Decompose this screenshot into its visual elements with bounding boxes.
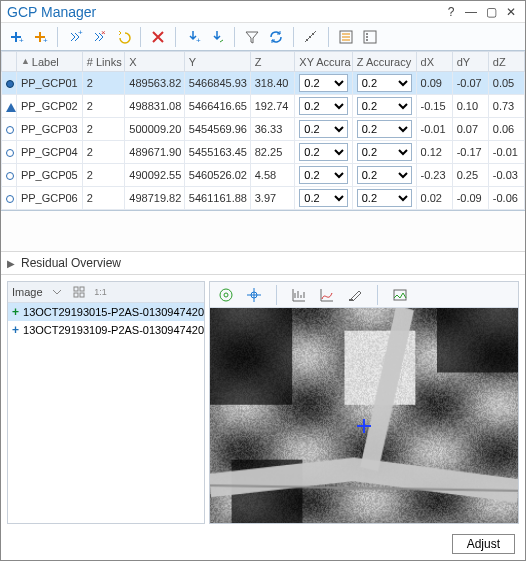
z-accuracy-select[interactable]: 0.2 [357, 74, 412, 92]
collapse-icon[interactable] [49, 284, 65, 300]
row-y: 5461161.88 [184, 187, 250, 210]
row-xy-accuracy[interactable]: 0.2 [295, 118, 352, 141]
row-z-accuracy[interactable]: 0.2 [352, 72, 416, 95]
svg-point-14 [220, 289, 232, 301]
image-list-item[interactable]: +13OCT29193109-P2AS-0130947420 [8, 321, 204, 339]
row-xy-accuracy[interactable]: 0.2 [295, 164, 352, 187]
table-row[interactable]: PP_GCP012489563.825466845.93318.400.20.2… [2, 72, 525, 95]
xy-accuracy-select[interactable]: 0.2 [299, 189, 347, 207]
help-icon[interactable]: ? [443, 5, 459, 19]
row-z-accuracy[interactable]: 0.2 [352, 141, 416, 164]
z-accuracy-select[interactable]: 0.2 [357, 97, 412, 115]
xy-accuracy-select[interactable]: 0.2 [299, 143, 347, 161]
xy-accuracy-select[interactable]: 0.2 [299, 97, 347, 115]
col-z[interactable]: Z [250, 52, 295, 72]
row-x: 498831.08 [125, 95, 185, 118]
row-xy-accuracy[interactable]: 0.2 [295, 187, 352, 210]
image-viewport[interactable] [210, 308, 518, 523]
row-y: 5466416.65 [184, 95, 250, 118]
row-x: 500009.20 [125, 118, 185, 141]
brush-icon[interactable] [345, 285, 365, 305]
col-label[interactable]: ▲Label [16, 52, 82, 72]
adjust-button[interactable]: Adjust [452, 534, 515, 554]
export-icon[interactable] [206, 26, 228, 48]
filter-icon[interactable] [241, 26, 263, 48]
table-row[interactable]: PP_GCP022498831.085466416.65192.740.20.2… [2, 95, 525, 118]
col-xy-accuracy[interactable]: XY Accura [295, 52, 352, 72]
close-icon[interactable]: ✕ [503, 5, 519, 19]
add-tie-icon[interactable]: + [29, 26, 51, 48]
grid-icon[interactable] [71, 284, 87, 300]
maximize-icon[interactable]: ▢ [483, 5, 499, 19]
z-accuracy-select[interactable]: 0.2 [357, 120, 412, 138]
titlebar: GCP Manager ? — ▢ ✕ [1, 1, 525, 23]
col-y[interactable]: Y [184, 52, 250, 72]
row-y: 5466845.93 [184, 72, 250, 95]
target-icon[interactable] [216, 285, 236, 305]
options-icon[interactable] [359, 26, 381, 48]
plus-icon: + [12, 305, 19, 319]
row-xy-accuracy[interactable]: 0.2 [295, 95, 352, 118]
separator [234, 27, 235, 47]
image-name: 13OCT29193015-P2AS-0130947420 [23, 306, 204, 318]
col-x[interactable]: X [125, 52, 185, 72]
col-dz[interactable]: dZ [488, 52, 524, 72]
col-links[interactable]: # Links [82, 52, 125, 72]
add-gcp-icon[interactable]: + [5, 26, 27, 48]
row-dz: 0.05 [488, 72, 524, 95]
crosshair-icon[interactable] [244, 285, 264, 305]
image-view-panel [209, 281, 519, 524]
image-name: 13OCT29193109-P2AS-0130947420 [23, 324, 204, 336]
image-list: +13OCT29193015-P2AS-0130947420+13OCT2919… [8, 303, 204, 523]
z-accuracy-select[interactable]: 0.2 [357, 143, 412, 161]
row-dy: 0.25 [452, 164, 488, 187]
row-dx: -0.23 [416, 164, 452, 187]
z-accuracy-select[interactable]: 0.2 [357, 166, 412, 184]
refresh-icon[interactable] [265, 26, 287, 48]
col-z-accuracy[interactable]: Z Accuracy [352, 52, 416, 72]
row-z-accuracy[interactable]: 0.2 [352, 118, 416, 141]
row-links: 2 [82, 187, 125, 210]
curve-icon[interactable] [317, 285, 337, 305]
xy-accuracy-select[interactable]: 0.2 [299, 120, 347, 138]
table-row[interactable]: PP_GCP052490092.555460526.024.580.20.2-0… [2, 164, 525, 187]
row-links: 2 [82, 118, 125, 141]
row-z-accuracy[interactable]: 0.2 [352, 95, 416, 118]
auto-add-icon[interactable]: + [64, 26, 86, 48]
col-shape[interactable] [2, 52, 17, 72]
svg-rect-12 [74, 293, 78, 297]
measure-icon[interactable] [300, 26, 322, 48]
delete-icon[interactable] [147, 26, 169, 48]
table-row[interactable]: PP_GCP042489671.905455163.4582.250.20.20… [2, 141, 525, 164]
row-z-accuracy[interactable]: 0.2 [352, 187, 416, 210]
image-panel-header: Image 1:1 [8, 282, 204, 303]
table-row[interactable]: PP_GCP032500009.205454569.9636.330.20.2-… [2, 118, 525, 141]
xy-accuracy-select[interactable]: 0.2 [299, 74, 347, 92]
table-row[interactable]: PP_GCP062498719.825461161.883.970.20.20.… [2, 187, 525, 210]
row-xy-accuracy[interactable]: 0.2 [295, 141, 352, 164]
row-xy-accuracy[interactable]: 0.2 [295, 72, 352, 95]
z-accuracy-select[interactable]: 0.2 [357, 189, 412, 207]
col-dy[interactable]: dY [452, 52, 488, 72]
chevron-right-icon[interactable]: ▶ [7, 258, 15, 269]
scale-icon[interactable]: 1:1 [93, 284, 109, 300]
row-z-accuracy[interactable]: 0.2 [352, 164, 416, 187]
image-list-item[interactable]: +13OCT29193015-P2AS-0130947420 [8, 303, 204, 321]
lower-pane: Image 1:1 +13OCT29193015-P2AS-0130947420… [1, 275, 525, 530]
undo-icon[interactable] [112, 26, 134, 48]
auto-remove-icon[interactable]: × [88, 26, 110, 48]
picture-icon[interactable] [390, 285, 410, 305]
list-icon[interactable] [335, 26, 357, 48]
minimize-icon[interactable]: — [463, 5, 479, 19]
separator [293, 27, 294, 47]
point-shape-icon [6, 149, 14, 157]
import-icon[interactable]: + [182, 26, 204, 48]
chart-icon[interactable] [289, 285, 309, 305]
image-panel-title: Image [12, 286, 43, 298]
row-y: 5455163.45 [184, 141, 250, 164]
xy-accuracy-select[interactable]: 0.2 [299, 166, 347, 184]
row-links: 2 [82, 141, 125, 164]
col-dx[interactable]: dX [416, 52, 452, 72]
separator [276, 285, 277, 305]
residual-section-header[interactable]: ▶ Residual Overview [1, 251, 525, 275]
